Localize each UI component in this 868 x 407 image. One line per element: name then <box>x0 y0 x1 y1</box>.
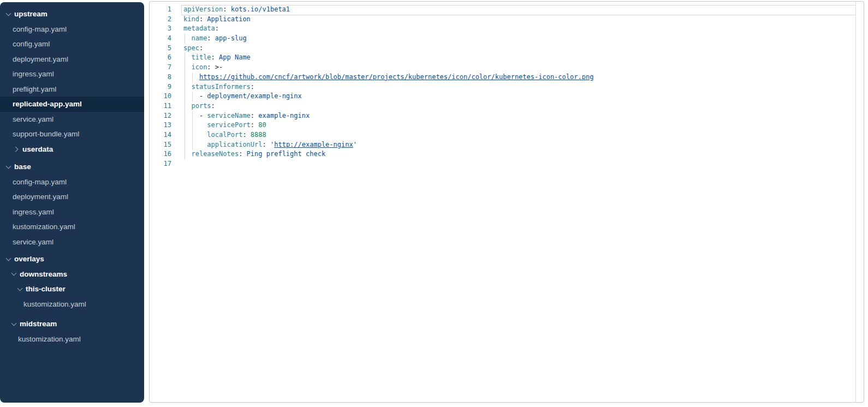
tree-file-service.yaml[interactable]: service.yaml <box>0 112 144 127</box>
code-line[interactable]: 11 ports: <box>150 101 856 111</box>
chevron-down-icon[interactable] <box>11 271 17 276</box>
code-token: app-slug <box>215 34 247 42</box>
tree-file-service.yaml[interactable]: service.yaml <box>0 235 144 250</box>
tree-folder-upstream[interactable]: upstream <box>0 7 144 22</box>
line-number: 13 <box>150 121 171 130</box>
code-line[interactable]: 16 releaseNotes: Ping preflight check <box>150 149 856 159</box>
line-number: 11 <box>150 101 171 111</box>
indent-guide <box>192 111 193 121</box>
code-line[interactable]: 2kind: Application <box>150 15 856 25</box>
tree-item-label: base <box>14 163 31 171</box>
code-line[interactable]: 10 - deployment/example-nginx <box>150 92 856 101</box>
code-line[interactable]: 1apiVersion: kots.io/v1beta1 <box>150 5 856 15</box>
line-content[interactable]: - deployment/example-nginx <box>183 92 856 101</box>
tree-item-label: service.yaml <box>13 115 53 123</box>
editor-panel: 1apiVersion: kots.io/v1beta12kind: Appli… <box>149 1 864 403</box>
code-line[interactable]: 4 name: app-slug <box>150 34 856 44</box>
code-line[interactable]: 9 statusInformers: <box>150 82 856 92</box>
line-content[interactable]: https://github.com/cncf/artwork/blob/mas… <box>183 73 856 82</box>
code-token: : <box>239 150 246 158</box>
line-content[interactable]: metadata: <box>183 24 856 34</box>
tree-file-kustomization.yaml[interactable]: kustomization.yaml <box>0 219 144 235</box>
tree-file-deployment.yaml[interactable]: deployment.yaml <box>0 52 144 67</box>
line-number: 7 <box>150 63 171 73</box>
tree-file-kustomization.yaml[interactable]: kustomization.yaml <box>0 332 144 347</box>
code-link[interactable]: https://github.com/cncf/artwork/blob/mas… <box>199 73 593 81</box>
current-line-highlight <box>181 5 856 15</box>
code-line[interactable]: 12 - serviceName: example-nginx <box>150 111 856 121</box>
line-number: 14 <box>150 130 171 140</box>
chevron-down-icon[interactable] <box>17 285 23 291</box>
line-content[interactable]: ports: <box>183 101 856 111</box>
tree-file-replicated-app.yaml[interactable]: replicated-app.yaml <box>0 97 144 112</box>
code-token: statusInformers <box>191 83 250 91</box>
line-content[interactable]: localPort: 8888 <box>183 130 856 140</box>
chevron-down-icon[interactable] <box>6 10 11 16</box>
tree-item-label: downstreams <box>20 270 67 278</box>
code-editor[interactable]: 1apiVersion: kots.io/v1beta12kind: Appli… <box>150 2 856 402</box>
line-number: 10 <box>150 92 171 101</box>
tree-item-label: kustomization.yaml <box>18 335 81 343</box>
line-content[interactable]: kind: Application <box>183 15 856 25</box>
tree-item-label: kustomization.yaml <box>13 223 75 231</box>
code-token: example-nginx <box>258 112 310 119</box>
tree-folder-midstream[interactable]: midstream <box>0 316 144 332</box>
tree-folder-userdata[interactable]: userdata <box>0 142 144 157</box>
line-content[interactable]: title: App Name <box>183 53 856 63</box>
line-content[interactable]: - serviceName: example-nginx <box>183 111 856 121</box>
code-token: - <box>199 92 207 100</box>
line-content[interactable]: icon: >- <box>183 63 856 73</box>
tree-file-support-bundle.yaml[interactable]: support-bundle.yaml <box>0 127 144 142</box>
line-content[interactable]: servicePort: 80 <box>183 121 856 130</box>
line-content[interactable]: spec: <box>183 44 856 53</box>
line-number: 3 <box>150 24 171 34</box>
code-token: : <box>251 112 258 119</box>
code-link[interactable]: http://example-nginx <box>274 141 353 148</box>
code-token: name <box>191 34 207 42</box>
tree-file-config-map.yaml[interactable]: config-map.yaml <box>0 22 144 37</box>
tree-folder-this-cluster[interactable]: this-cluster <box>0 282 144 297</box>
code-token: deployment/example-nginx <box>207 92 301 100</box>
indent-guide <box>185 82 185 92</box>
code-line[interactable]: 15 applicationUrl: 'http://example-nginx… <box>150 140 856 150</box>
code-line[interactable]: 7 icon: >- <box>150 63 856 73</box>
line-content[interactable] <box>183 159 856 169</box>
code-token <box>183 92 199 100</box>
tree-file-preflight.yaml[interactable]: preflight.yaml <box>0 82 144 97</box>
tree-folder-overlays[interactable]: overlays <box>0 252 144 267</box>
line-content[interactable]: releaseNotes: Ping preflight check <box>183 149 856 159</box>
line-content[interactable]: name: app-slug <box>183 34 856 44</box>
line-content[interactable]: applicationUrl: 'http://example-nginx' <box>183 140 856 150</box>
tree-folder-downstreams[interactable]: downstreams <box>0 267 144 282</box>
code-line[interactable]: 14 localPort: 8888 <box>150 130 856 140</box>
tree-file-config.yaml[interactable]: config.yaml <box>0 37 144 52</box>
chevron-down-icon[interactable] <box>6 255 11 261</box>
code-line[interactable]: 17 <box>150 159 856 169</box>
code-line[interactable]: 13 servicePort: 80 <box>150 121 856 130</box>
line-content[interactable]: statusInformers: <box>183 82 856 92</box>
code-token: : <box>199 15 207 23</box>
tree-file-deployment.yaml[interactable]: deployment.yaml <box>0 189 144 205</box>
code-token: : <box>199 44 203 52</box>
line-content[interactable]: apiVersion: kots.io/v1beta1 <box>183 5 856 15</box>
code-token: 80 <box>258 121 266 129</box>
chevron-down-icon[interactable] <box>11 320 17 326</box>
tree-file-ingress.yaml[interactable]: ingress.yaml <box>0 205 144 220</box>
code-line[interactable]: 3metadata: <box>150 24 856 34</box>
indent-guide <box>185 101 185 111</box>
code-line[interactable]: 6 title: App Name <box>150 53 856 63</box>
tree-file-config-map.yaml[interactable]: config-map.yaml <box>0 175 144 190</box>
chevron-right-icon[interactable] <box>13 146 19 152</box>
code-token: Application <box>207 15 250 23</box>
tree-file-kustomization.yaml[interactable]: kustomization.yaml <box>0 297 144 312</box>
tree-file-ingress.yaml[interactable]: ingress.yaml <box>0 67 144 82</box>
indent-guide <box>185 92 185 101</box>
indent-guide <box>185 140 185 150</box>
line-number: 5 <box>150 44 171 53</box>
overview-ruler-divider <box>855 2 856 402</box>
tree-folder-base[interactable]: base <box>0 159 144 175</box>
code-line[interactable]: 8 https://github.com/cncf/artwork/blob/m… <box>150 73 856 82</box>
code-line[interactable]: 5spec: <box>150 44 856 53</box>
chevron-down-icon[interactable] <box>6 163 11 169</box>
code-token <box>183 112 199 119</box>
